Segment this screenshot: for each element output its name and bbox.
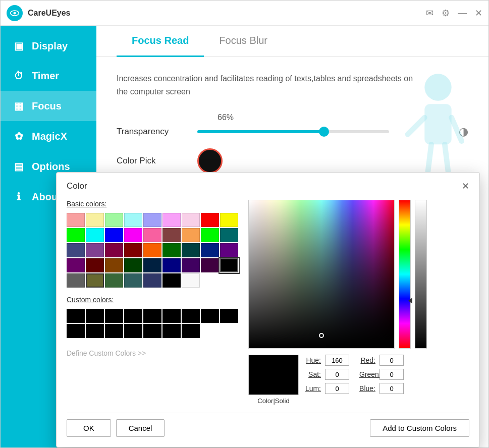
- define-custom-colors-button[interactable]: Define Custom Colors >>: [67, 346, 146, 360]
- basic-color-swatch[interactable]: [182, 213, 200, 227]
- basic-color-swatch[interactable]: [220, 213, 238, 227]
- blue-input[interactable]: [379, 383, 404, 394]
- basic-color-swatch[interactable]: [86, 228, 104, 242]
- basic-color-swatch[interactable]: [105, 228, 123, 242]
- sidebar-item-timer[interactable]: ⏱ Timer: [1, 61, 96, 91]
- custom-color-swatch[interactable]: [143, 324, 161, 338]
- custom-color-swatch[interactable]: [201, 309, 219, 323]
- basic-color-swatch[interactable]: [86, 273, 104, 288]
- slider-thumb[interactable]: [319, 127, 329, 137]
- basic-color-swatch[interactable]: [124, 213, 142, 227]
- close-button[interactable]: ✕: [475, 8, 482, 19]
- basic-color-swatch[interactable]: [86, 213, 104, 227]
- custom-color-swatch[interactable]: [105, 324, 123, 338]
- cancel-button[interactable]: Cancel: [116, 419, 165, 437]
- basic-color-swatch[interactable]: [201, 243, 219, 257]
- basic-color-swatch[interactable]: [124, 258, 142, 272]
- basic-color-swatch[interactable]: [143, 228, 161, 242]
- basic-color-swatch[interactable]: [143, 243, 161, 257]
- color-preview-box: [248, 355, 299, 395]
- minimize-button[interactable]: —: [458, 8, 467, 18]
- lightness-bar[interactable]: [415, 200, 427, 349]
- custom-color-swatch[interactable]: [162, 309, 181, 323]
- ok-button[interactable]: OK: [67, 419, 111, 437]
- basic-color-swatch[interactable]: [67, 213, 85, 227]
- basic-color-swatch[interactable]: [162, 213, 181, 227]
- custom-color-swatch[interactable]: [124, 309, 142, 323]
- basic-color-swatch[interactable]: [105, 243, 123, 257]
- basic-color-swatch[interactable]: [67, 258, 85, 272]
- custom-color-swatch[interactable]: [182, 309, 200, 323]
- basic-color-swatch[interactable]: [105, 273, 123, 288]
- basic-color-swatch[interactable]: [162, 273, 181, 288]
- color-dialog-close-button[interactable]: ✕: [462, 181, 469, 192]
- app-title: CareUEyes: [28, 9, 426, 18]
- email-icon[interactable]: ✉: [426, 8, 433, 19]
- basic-color-swatch[interactable]: [162, 228, 181, 242]
- svg-rect-3: [424, 104, 451, 144]
- basic-color-swatch[interactable]: [220, 258, 238, 272]
- basic-color-swatch[interactable]: [182, 243, 200, 257]
- basic-color-swatch[interactable]: [143, 273, 161, 288]
- basic-color-swatch[interactable]: [220, 243, 238, 257]
- basic-color-swatch[interactable]: [124, 228, 142, 242]
- basic-color-swatch[interactable]: [67, 243, 85, 257]
- custom-color-swatch[interactable]: [67, 309, 85, 323]
- color-pick-button[interactable]: [197, 148, 223, 174]
- basic-color-swatch[interactable]: [143, 213, 161, 227]
- lum-input[interactable]: [325, 383, 349, 394]
- basic-color-swatch[interactable]: [105, 213, 123, 227]
- basic-color-swatch[interactable]: [105, 258, 123, 272]
- basic-color-swatch[interactable]: [220, 228, 238, 242]
- tab-focus-read[interactable]: Focus Read: [117, 26, 204, 57]
- custom-color-swatch[interactable]: [86, 309, 104, 323]
- custom-color-swatch[interactable]: [162, 324, 181, 338]
- app-logo: [7, 5, 23, 21]
- transparency-slider-track[interactable]: [197, 130, 389, 133]
- basic-color-swatch[interactable]: [201, 258, 219, 272]
- hue-input[interactable]: [325, 355, 349, 366]
- basic-color-swatch[interactable]: [201, 213, 219, 227]
- basic-color-swatch[interactable]: [124, 243, 142, 257]
- transparency-percentage: 66%: [218, 113, 234, 122]
- green-input[interactable]: [379, 369, 404, 380]
- blue-label: Blue:: [359, 384, 375, 393]
- sidebar-item-timer-label: Timer: [32, 70, 59, 82]
- hue-row: Hue: Red:: [305, 355, 469, 366]
- basic-colors-grid: [67, 213, 238, 288]
- add-to-custom-colors-button[interactable]: Add to Custom Colors: [370, 419, 469, 437]
- custom-color-swatch[interactable]: [220, 309, 238, 323]
- basic-color-swatch[interactable]: [182, 273, 200, 288]
- eye-icon: [10, 8, 20, 18]
- custom-color-swatch[interactable]: [86, 324, 104, 338]
- sidebar-item-magicx[interactable]: ✿ MagicX: [1, 121, 96, 151]
- sidebar-item-focus[interactable]: ▦ Focus: [1, 91, 96, 121]
- custom-color-swatch[interactable]: [105, 309, 123, 323]
- basic-color-swatch[interactable]: [67, 228, 85, 242]
- hue-bar[interactable]: [399, 200, 411, 349]
- basic-color-swatch[interactable]: [86, 243, 104, 257]
- basic-color-swatch[interactable]: [67, 273, 85, 288]
- basic-color-swatch[interactable]: [162, 243, 181, 257]
- basic-color-swatch[interactable]: [143, 258, 161, 272]
- about-icon: ℹ: [13, 191, 25, 203]
- basic-color-swatch[interactable]: [162, 258, 181, 272]
- basic-color-swatch[interactable]: [124, 273, 142, 288]
- red-input[interactable]: [379, 355, 404, 366]
- settings-icon[interactable]: ⚙: [442, 8, 450, 19]
- hue-indicator: [408, 298, 412, 304]
- basic-color-swatch[interactable]: [182, 258, 200, 272]
- basic-color-swatch[interactable]: [201, 228, 219, 242]
- sat-input[interactable]: [325, 369, 349, 380]
- custom-color-swatch[interactable]: [67, 324, 85, 338]
- tab-focus-blur[interactable]: Focus Blur: [204, 26, 283, 57]
- color-gradient-canvas[interactable]: [248, 200, 395, 349]
- titlebar-controls: ✉ ⚙ — ✕: [426, 8, 482, 19]
- basic-color-swatch[interactable]: [86, 258, 104, 272]
- custom-color-swatch[interactable]: [182, 324, 200, 338]
- custom-color-swatch[interactable]: [143, 309, 161, 323]
- sidebar-item-display[interactable]: ▣ Display: [1, 31, 96, 61]
- custom-color-swatch[interactable]: [124, 324, 142, 338]
- dialog-buttons: OK Cancel Add to Custom Colors: [67, 413, 469, 437]
- basic-color-swatch[interactable]: [182, 228, 200, 242]
